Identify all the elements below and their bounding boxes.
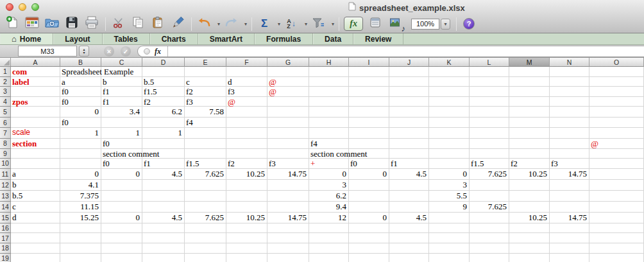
cell-D9[interactable] — [142, 149, 185, 159]
cell-O17[interactable] — [589, 233, 644, 243]
cell-A11[interactable]: a — [11, 169, 60, 180]
cell-B3[interactable]: f0 — [60, 87, 101, 97]
cell-N4[interactable] — [550, 97, 589, 107]
cell-N7[interactable] — [550, 128, 589, 139]
cell-D10[interactable]: f1 — [142, 159, 185, 169]
cell-F2[interactable]: d — [226, 77, 267, 87]
cell-L3[interactable] — [470, 87, 509, 97]
cell-I1[interactable] — [349, 67, 389, 77]
cell-F5[interactable] — [226, 107, 267, 118]
column-header-O[interactable]: O — [589, 58, 644, 67]
column-header-N[interactable]: N — [550, 58, 589, 67]
cell-C17[interactable] — [101, 233, 142, 243]
cell-G18[interactable] — [267, 243, 309, 254]
cell-F12[interactable] — [226, 180, 267, 191]
column-header-H[interactable]: H — [309, 58, 349, 67]
cell-F14[interactable] — [226, 202, 267, 213]
cell-G11[interactable]: 14.75 — [267, 169, 309, 180]
cell-K2[interactable] — [429, 77, 470, 87]
cell-I19[interactable] — [349, 254, 389, 262]
cell-D4[interactable]: f2 — [142, 97, 185, 107]
cell-E9[interactable] — [185, 149, 226, 159]
autosum-dropdown-arrow[interactable]: ▾ — [278, 21, 280, 27]
cell-E17[interactable] — [185, 233, 226, 243]
cell-O10[interactable] — [589, 159, 644, 169]
cell-O8[interactable]: @ — [589, 139, 644, 149]
cell-J10[interactable]: f1 — [389, 159, 429, 169]
cell-H4[interactable] — [309, 97, 349, 107]
cell-G9[interactable] — [267, 149, 309, 159]
column-header-E[interactable]: E — [185, 58, 226, 67]
cell-C16[interactable] — [101, 223, 142, 234]
cell-E6[interactable]: f4 — [185, 118, 226, 128]
cell-O6[interactable] — [589, 118, 644, 128]
cell-A15[interactable]: d — [11, 213, 60, 223]
cell-H1[interactable] — [309, 67, 349, 77]
column-header-C[interactable]: C — [101, 58, 142, 67]
cell-J15[interactable]: 4.5 — [389, 213, 429, 223]
cell-G12[interactable] — [267, 180, 309, 191]
tab-smartart[interactable]: SmartArt — [198, 33, 255, 44]
cell-K18[interactable] — [429, 243, 470, 254]
cell-G2[interactable]: @ — [267, 77, 309, 87]
cell-F19[interactable] — [226, 254, 267, 262]
cell-I16[interactable] — [349, 223, 389, 234]
cell-M16[interactable] — [509, 223, 550, 234]
cell-N6[interactable] — [550, 118, 589, 128]
cell-K10[interactable] — [429, 159, 470, 169]
cell-H8[interactable]: f4 — [309, 139, 349, 149]
cell-M14[interactable] — [509, 202, 550, 213]
cell-J5[interactable] — [389, 107, 429, 118]
column-header-A[interactable]: A — [11, 58, 60, 67]
cell-O9[interactable] — [589, 149, 644, 159]
cell-G17[interactable] — [267, 233, 309, 243]
cell-I9[interactable] — [349, 149, 389, 159]
cell-K12[interactable]: 3 — [429, 180, 470, 191]
cell-N11[interactable]: 14.75 — [550, 169, 589, 180]
zoom-level-value[interactable]: 100% — [411, 19, 439, 30]
undo-dropdown-arrow[interactable]: ▾ — [217, 21, 220, 27]
cell-I18[interactable] — [349, 243, 389, 254]
redo-dropdown-arrow[interactable]: ▾ — [244, 21, 247, 27]
cell-M17[interactable] — [509, 233, 550, 243]
cell-F13[interactable] — [226, 191, 267, 202]
cell-E11[interactable]: 7.625 — [185, 169, 226, 180]
cell-G13[interactable] — [267, 191, 309, 202]
cell-K3[interactable] — [429, 87, 470, 97]
tab-tables[interactable]: Tables — [103, 33, 150, 44]
cell-M5[interactable] — [509, 107, 550, 118]
cell-N8[interactable] — [550, 139, 589, 149]
accept-entry-button[interactable]: ✓ — [121, 46, 131, 57]
column-header-G[interactable]: G — [267, 58, 309, 67]
cell-E19[interactable] — [185, 254, 226, 262]
cell-M9[interactable] — [509, 149, 550, 159]
cell-F7[interactable] — [226, 128, 267, 139]
row-header-6[interactable]: 6 — [0, 118, 11, 128]
cell-N17[interactable] — [550, 233, 589, 243]
column-header-L[interactable]: L — [470, 58, 509, 67]
cell-J11[interactable]: 4.5 — [389, 169, 429, 180]
column-header-M[interactable]: M — [509, 58, 550, 67]
cancel-entry-button[interactable]: × — [104, 46, 114, 57]
cell-D2[interactable]: b.5 — [142, 77, 185, 87]
cell-B5[interactable]: 0 — [60, 107, 101, 118]
cell-M3[interactable] — [509, 87, 550, 97]
cell-B9[interactable] — [60, 149, 101, 159]
select-all-corner[interactable] — [0, 58, 11, 67]
cell-F3[interactable]: f3 — [226, 87, 267, 97]
cell-J18[interactable] — [389, 243, 429, 254]
cell-E12[interactable] — [185, 180, 226, 191]
cell-A7[interactable]: scale — [11, 128, 60, 139]
cut-button[interactable] — [110, 15, 126, 32]
cell-I14[interactable] — [349, 202, 389, 213]
help-button[interactable]: ? — [461, 15, 477, 32]
sort-button[interactable]: AZ ↓ — [284, 15, 299, 32]
row-header-9[interactable]: 9 — [0, 149, 11, 159]
cell-K14[interactable]: 9 — [429, 202, 470, 213]
cell-D14[interactable] — [142, 202, 185, 213]
cell-O11[interactable] — [589, 169, 644, 180]
formula-builder-button[interactable]: fx — [344, 15, 363, 32]
cell-B10[interactable] — [60, 159, 101, 169]
cell-K19[interactable] — [429, 254, 470, 262]
cell-C2[interactable]: b — [101, 77, 142, 87]
